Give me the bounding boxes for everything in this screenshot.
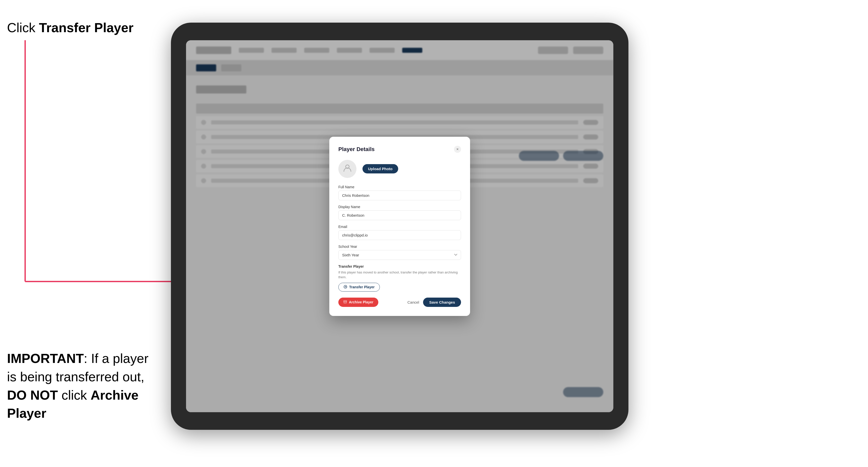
transfer-icon <box>344 285 347 289</box>
modal-title: Player Details <box>338 146 375 153</box>
display-name-input[interactable] <box>338 210 461 220</box>
save-changes-button[interactable]: Save Changes <box>423 298 461 307</box>
svg-rect-5 <box>344 301 347 301</box>
cancel-button[interactable]: Cancel <box>407 300 419 304</box>
full-name-label: Full Name <box>338 185 461 189</box>
player-details-modal: Player Details × Upload Photo <box>329 137 470 316</box>
avatar <box>338 160 356 178</box>
transfer-player-button[interactable]: Transfer Player <box>338 283 380 291</box>
archive-icon <box>343 300 347 304</box>
school-year-label: School Year <box>338 245 461 249</box>
tablet-device: Player Details × Upload Photo <box>171 23 628 430</box>
archive-player-label: Archive Player <box>349 300 373 304</box>
email-input[interactable] <box>338 230 461 240</box>
display-name-label: Display Name <box>338 205 461 209</box>
transfer-description: If this player has moved to another scho… <box>338 270 461 280</box>
full-name-group: Full Name <box>338 185 461 200</box>
transfer-section: Transfer Player If this player has moved… <box>338 264 461 291</box>
school-year-group: School Year First Year Second Year Third… <box>338 245 461 260</box>
transfer-player-label: Transfer Player <box>349 285 375 289</box>
photo-section: Upload Photo <box>338 160 461 178</box>
modal-footer: Archive Player Cancel Save Changes <box>338 298 461 307</box>
modal-overlay: Player Details × Upload Photo <box>186 40 613 412</box>
close-button[interactable]: × <box>454 146 461 153</box>
archive-player-button[interactable]: Archive Player <box>338 298 378 307</box>
transfer-title: Transfer Player <box>338 264 461 269</box>
instruction-bottom: IMPORTANT: If a player is being transfer… <box>7 349 153 423</box>
school-year-select[interactable]: First Year Second Year Third Year Fourth… <box>338 250 461 260</box>
display-name-group: Display Name <box>338 205 461 220</box>
modal-header: Player Details × <box>338 146 461 153</box>
user-icon <box>343 163 352 175</box>
email-label: Email <box>338 225 461 229</box>
full-name-input[interactable] <box>338 190 461 200</box>
instruction-top: Click Transfer Player <box>7 20 133 35</box>
email-group: Email <box>338 225 461 240</box>
upload-photo-button[interactable]: Upload Photo <box>363 164 398 174</box>
tablet-screen: Player Details × Upload Photo <box>186 40 613 412</box>
